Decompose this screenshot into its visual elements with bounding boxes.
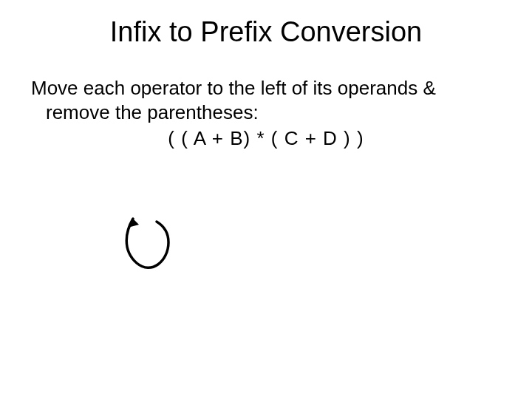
instruction-line-2: remove the parentheses: <box>31 101 259 123</box>
curved-arrow-icon <box>111 205 185 279</box>
instruction-text: Move each operator to the left of its op… <box>31 76 501 124</box>
slide-title: Infix to Prefix Conversion <box>0 16 532 48</box>
infix-expression: ( ( A + B) * ( C + D ) ) <box>31 127 501 150</box>
instruction-line-1: Move each operator to the left of its op… <box>31 77 436 99</box>
